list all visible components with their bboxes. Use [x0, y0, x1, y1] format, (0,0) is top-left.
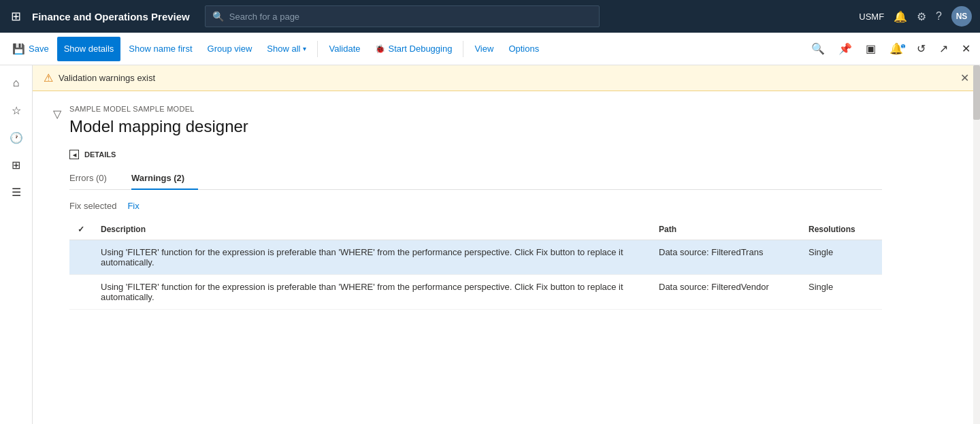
scrollbar[interactable] — [973, 65, 980, 424]
notification-icon[interactable]: 🔔 — [894, 10, 907, 23]
commandbar-right: 🔍 📌 ▣ 🔔 1 ↺ ↗ ✕ — [807, 38, 975, 59]
row-2-description: Using 'FILTER' function for the expressi… — [93, 275, 651, 310]
table-row[interactable]: Using 'FILTER' function for the expressi… — [69, 240, 882, 275]
row-1-description: Using 'FILTER' function for the expressi… — [93, 240, 651, 275]
show-all-button[interactable]: Show all ▾ — [260, 37, 313, 61]
warning-close-button[interactable]: ✕ — [960, 71, 969, 84]
row-2-check — [69, 275, 93, 310]
col-header-resolutions: Resolutions — [800, 219, 882, 240]
sidebar-favorites-icon[interactable]: ☆ — [4, 98, 29, 123]
scrollbar-thumb[interactable] — [973, 65, 980, 120]
tabs: Errors (0) Warnings (2) — [69, 167, 882, 190]
search-icon: 🔍 — [212, 11, 224, 22]
sidebar-home-icon[interactable]: ⌂ — [4, 71, 29, 95]
group-view-button[interactable]: Group view — [201, 37, 259, 61]
search-box[interactable]: 🔍 — [205, 5, 600, 27]
row-1-resolutions: Single — [800, 240, 882, 275]
separator-2 — [463, 41, 463, 57]
row-1-check — [69, 240, 93, 275]
row-2-resolutions: Single — [800, 275, 882, 310]
details-section: ◂ DETAILS Errors (0) Warnings (2) Fix se… — [69, 150, 882, 310]
sidebar-workspaces-icon[interactable]: ⊞ — [4, 152, 29, 177]
help-icon[interactable]: ? — [936, 10, 942, 22]
breadcrumb: SAMPLE MODEL SAMPLE MODEL — [69, 105, 882, 113]
close-icon[interactable]: ✕ — [958, 38, 975, 59]
main-panel: ▽ SAMPLE MODEL SAMPLE MODEL Model mappin… — [33, 91, 980, 424]
fix-selected-button[interactable]: Fix selected — [69, 201, 116, 211]
fix-button[interactable]: Fix — [127, 201, 139, 211]
refresh-icon[interactable]: ↺ — [913, 38, 930, 59]
validate-button[interactable]: Validate — [322, 37, 367, 61]
details-header[interactable]: ◂ DETAILS — [69, 150, 882, 159]
options-button[interactable]: Options — [502, 37, 546, 61]
topbar: ⊞ Finance and Operations Preview 🔍 USMF … — [0, 0, 980, 33]
sidebar-recent-icon[interactable]: 🕐 — [4, 125, 29, 150]
warning-message: Validation warnings exist — [59, 73, 155, 83]
panel-icon[interactable]: ▣ — [862, 38, 880, 59]
app-title: Finance and Operations Preview — [32, 11, 190, 22]
show-all-chevron-icon: ▾ — [303, 45, 306, 52]
pin-icon[interactable]: 📌 — [834, 38, 856, 59]
debug-icon: 🐞 — [375, 44, 385, 54]
topbar-right: USMF 🔔 ⚙ ? NS — [859, 6, 972, 27]
warning-bar: ⚠ Validation warnings exist ✕ — [33, 65, 980, 91]
warnings-table: ✓ Description Path Resolutions Using 'FI… — [69, 219, 882, 310]
user-avatar[interactable]: NS — [951, 6, 972, 27]
save-icon: 💾 — [12, 43, 25, 55]
waffle-icon[interactable]: ⊞ — [8, 6, 24, 27]
commandbar: 💾 Save Show details Show name first Grou… — [0, 33, 980, 65]
expand-icon[interactable]: ↗ — [935, 38, 952, 59]
page-title: Model mapping designer — [69, 117, 882, 136]
warning-icon: ⚠ — [44, 71, 53, 84]
tab-warnings[interactable]: Warnings (2) — [131, 167, 198, 190]
table-header: ✓ Description Path Resolutions — [69, 219, 882, 240]
col-header-path: Path — [651, 219, 800, 240]
col-header-check: ✓ — [69, 219, 93, 240]
search-input[interactable] — [229, 12, 592, 22]
tab-errors[interactable]: Errors (0) — [69, 167, 120, 190]
show-details-button[interactable]: Show details — [57, 37, 121, 61]
view-button[interactable]: View — [468, 37, 500, 61]
sidebar-list-icon[interactable]: ☰ — [4, 180, 29, 204]
badge-container: 🔔 1 — [885, 42, 907, 55]
main-layout: ⌂ ☆ 🕐 ⊞ ☰ ⚠ Validation warnings exist ✕ … — [0, 65, 980, 424]
settings-icon[interactable]: ⚙ — [917, 10, 926, 23]
details-toggle-icon[interactable]: ◂ — [69, 150, 79, 159]
save-button[interactable]: 💾 Save — [5, 37, 56, 61]
action-bar: Fix selected Fix — [69, 201, 882, 211]
company-selector[interactable]: USMF — [859, 12, 884, 22]
show-name-button[interactable]: Show name first — [122, 37, 199, 61]
content-area: ⚠ Validation warnings exist ✕ ▽ SAMPLE M… — [33, 65, 980, 424]
notification-badge: 1 — [900, 44, 906, 49]
table-body: Using 'FILTER' function for the expressi… — [69, 240, 882, 310]
row-1-path: Data source: FilteredTrans — [651, 240, 800, 275]
separator-1 — [317, 41, 318, 57]
row-2-path: Data source: FilteredVendor — [651, 275, 800, 310]
start-debugging-button[interactable]: 🐞 Start Debugging — [368, 37, 459, 61]
filter-icon[interactable]: ▽ — [53, 108, 61, 120]
table-row[interactable]: Using 'FILTER' function for the expressi… — [69, 275, 882, 310]
col-header-description: Description — [93, 219, 651, 240]
search-icon[interactable]: 🔍 — [807, 38, 829, 59]
sidebar: ⌂ ☆ 🕐 ⊞ ☰ — [0, 65, 33, 424]
